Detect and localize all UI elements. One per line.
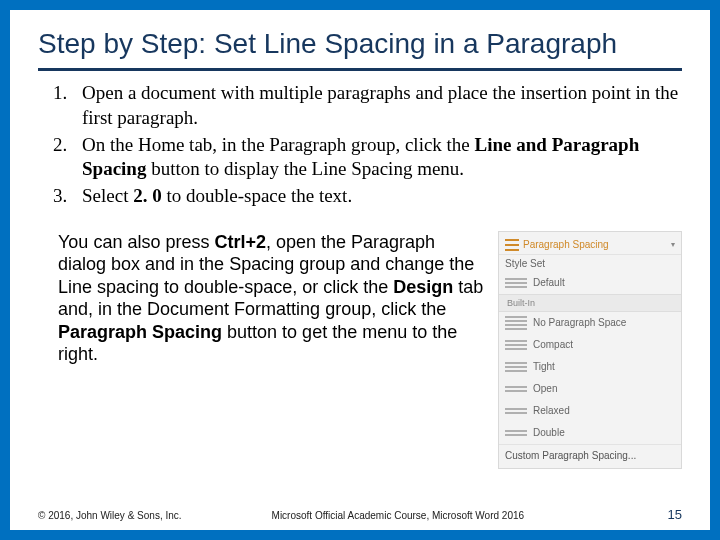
menu-item-relaxed[interactable]: Relaxed [499,400,681,422]
menu-styleset: Style Set [499,255,681,272]
menu-item-label: No Paragraph Space [533,317,626,328]
footer: © 2016, John Wiley & Sons, Inc. Microsof… [38,507,682,522]
footer-copyright: © 2016, John Wiley & Sons, Inc. [38,510,182,521]
menu-default[interactable]: Default [499,272,681,294]
menu-default-label: Default [533,277,565,288]
lines-icon [505,275,527,291]
menu-item-label: Double [533,427,565,438]
note-b: Ctrl+2 [214,232,266,252]
step-2-c: button to display the Line Spacing menu. [146,158,464,179]
page-number: 15 [668,507,682,522]
steps-list: Open a document with multiple paragraphs… [38,81,682,208]
menu-item-open[interactable]: Open [499,378,681,400]
step-3-b: 2. 0 [133,185,162,206]
menu-item-label: Relaxed [533,405,570,416]
step-3-a: Select [82,185,133,206]
footer-course: Microsoft Official Academic Course, Micr… [272,510,525,521]
menu-custom-label: Custom Paragraph Spacing... [505,450,636,461]
step-3-c: to double-space the text. [162,185,352,206]
menu-item-compact[interactable]: Compact [499,334,681,356]
lines-icon [505,381,527,397]
lines-icon [505,403,527,419]
step-1-text: Open a document with multiple paragraphs… [82,82,678,128]
lines-icon [505,425,527,441]
paragraph-spacing-icon [505,239,519,251]
lines-icon [505,315,527,331]
slide-title: Step by Step: Set Line Spacing in a Para… [38,28,682,60]
step-2-a: On the Home tab, in the Paragraph group,… [82,134,475,155]
menu-header-label: Paragraph Spacing [523,239,609,250]
note-row: You can also press Ctrl+2, open the Para… [38,231,682,469]
note-a: You can also press [58,232,214,252]
lines-icon [505,337,527,353]
title-rule [38,68,682,71]
menu-item-label: Compact [533,339,573,350]
note-f: Paragraph Spacing [58,322,222,342]
menu-item-no-space[interactable]: No Paragraph Space [499,312,681,334]
menu-item-label: Tight [533,361,555,372]
menu-item-label: Open [533,383,557,394]
step-2: On the Home tab, in the Paragraph group,… [72,133,682,182]
step-3: Select 2. 0 to double-space the text. [72,184,682,209]
chevron-down-icon: ▾ [671,240,675,249]
menu-item-tight[interactable]: Tight [499,356,681,378]
menu-styleset-label: Style Set [505,258,545,269]
step-1: Open a document with multiple paragraphs… [72,81,682,130]
note-d: Design [393,277,453,297]
lines-icon [505,359,527,375]
note-text: You can also press Ctrl+2, open the Para… [38,231,484,366]
menu-custom[interactable]: Custom Paragraph Spacing... [499,444,681,464]
menu-header[interactable]: Paragraph Spacing ▾ [499,236,681,255]
menu-section-builtin: Built-In [499,294,681,312]
slide: Step by Step: Set Line Spacing in a Para… [0,0,720,540]
menu-item-double[interactable]: Double [499,422,681,444]
paragraph-spacing-menu: Paragraph Spacing ▾ Style Set Default Bu… [498,231,682,469]
